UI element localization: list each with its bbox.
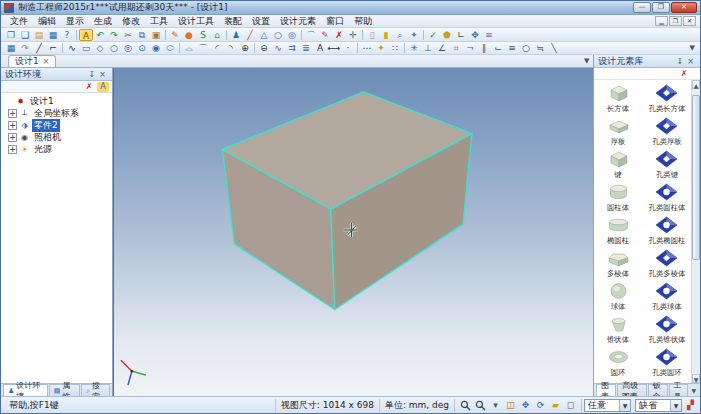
new-file-icon[interactable]: ❐ xyxy=(4,29,18,41)
new-part-icon[interactable]: ❑ xyxy=(18,29,32,41)
scroll-down-icon[interactable]: ▼ xyxy=(692,374,700,383)
menu-item-design-tools[interactable]: 设计工具 xyxy=(173,15,219,28)
redo-sketch-icon[interactable]: ↷ xyxy=(18,42,32,54)
tab-properties[interactable]: ▤属性 xyxy=(49,384,80,396)
scrollbar-track[interactable] xyxy=(692,89,700,374)
menu-item-tools[interactable]: 工具 xyxy=(145,15,173,28)
draw-ellipse-icon[interactable]: ⬭ xyxy=(163,42,177,54)
draw-circle-2pt-icon[interactable]: ◎ xyxy=(121,42,135,54)
expander-icon[interactable]: + xyxy=(8,109,17,118)
draw-rectangle-icon[interactable]: ▭ xyxy=(79,42,93,54)
paste-icon[interactable]: ▣ xyxy=(149,29,163,41)
draw-circle-icon[interactable]: ○ xyxy=(107,42,121,54)
library-item-elliptic-cylinder[interactable]: 椭圆柱 xyxy=(594,214,642,247)
zoom-in-icon[interactable] xyxy=(459,399,472,411)
move-tool-icon[interactable]: ✥ xyxy=(468,29,482,41)
tabstrip-overflow-icon[interactable]: ▼ xyxy=(584,57,589,65)
context-help-icon[interactable]: ? xyxy=(60,29,74,41)
hatch-tool-icon[interactable]: ≣ xyxy=(299,42,313,54)
constraint-approx-icon[interactable]: ≒ xyxy=(533,42,547,54)
format-brush-icon[interactable]: ✎ xyxy=(168,29,182,41)
part-tool-icon[interactable]: ♟ xyxy=(229,29,243,41)
wireframe-mode-icon[interactable]: ◻ xyxy=(564,399,577,411)
view-dropdown-icon[interactable]: ▾ xyxy=(489,399,502,411)
measure-tool-icon[interactable]: ✛ xyxy=(346,29,360,41)
library-item-sphere[interactable]: 球体 xyxy=(594,280,642,313)
style-combo[interactable]: 缺省 ▼ xyxy=(635,399,682,412)
library-item-prism[interactable]: 多棱体 xyxy=(594,247,642,280)
pan-view-icon[interactable]: ✥ xyxy=(519,399,532,411)
scene-tool-icon[interactable]: ⌂ xyxy=(210,29,224,41)
library-item-cuboid[interactable]: 长方体 xyxy=(594,82,642,115)
library-item-hole-sphere[interactable]: 孔类球体 xyxy=(643,280,691,313)
array-tool-icon[interactable]: ≡ xyxy=(482,29,496,41)
mdi-restore-button[interactable]: ❐ xyxy=(669,16,682,26)
arc-tool-icon[interactable]: ⌒ xyxy=(304,29,318,41)
maximize-button[interactable]: ❐ xyxy=(652,2,670,13)
constraint-circle-icon[interactable]: ○ xyxy=(519,42,533,54)
draw-line-icon[interactable]: ╱ xyxy=(32,42,46,54)
star-tool-icon[interactable]: ✳ xyxy=(407,42,421,54)
draw-circle-fill-icon[interactable]: ◉ xyxy=(149,42,163,54)
menu-item-design-elements[interactable]: 设计元素 xyxy=(275,15,321,28)
surface-tool-icon[interactable]: S xyxy=(196,29,210,41)
toolbar-overflow-icon[interactable]: ▼ xyxy=(688,44,697,52)
save-file-icon[interactable]: ▦ xyxy=(46,29,60,41)
rotate-view-icon[interactable]: ⟳ xyxy=(534,399,547,411)
library-item-key[interactable]: 键 xyxy=(594,148,642,181)
viewport-3d[interactable] xyxy=(113,68,593,396)
spark-tool-icon[interactable]: ✦ xyxy=(407,29,421,41)
more-tool-icon[interactable]: ⋯ xyxy=(360,42,374,54)
ellipse-tool-icon[interactable]: ◎ xyxy=(285,29,299,41)
flash-tool-icon[interactable]: ✦ xyxy=(374,42,388,54)
expander-icon[interactable]: + xyxy=(8,145,17,154)
status-tool-icon[interactable]: ▞ xyxy=(684,399,697,411)
chevron-down-icon[interactable]: ▼ xyxy=(670,400,681,411)
tab-search[interactable]: ⌕搜索 xyxy=(81,384,110,396)
sketch-pencil-icon[interactable]: ✎ xyxy=(318,29,332,41)
triangle-tool-icon[interactable]: △ xyxy=(257,29,271,41)
circle-tool-icon[interactable]: ○ xyxy=(271,29,285,41)
axis-tool-icon[interactable]: ∟ xyxy=(454,29,468,41)
menu-item-help[interactable]: 帮助 xyxy=(349,15,377,28)
document-tab-close-icon[interactable]: × xyxy=(43,57,50,66)
tab-tools[interactable]: 工具 xyxy=(669,384,689,396)
panel-close-icon[interactable]: × xyxy=(97,69,108,80)
expander-icon[interactable]: + xyxy=(8,121,17,130)
pin-icon[interactable]: ↧ xyxy=(87,69,98,80)
tree-item-global-coordinate-system[interactable]: +⟂全局坐标系 xyxy=(1,107,112,119)
offset-tool-icon[interactable]: ⇉ xyxy=(285,42,299,54)
draw-arc-cw-icon[interactable]: ◝ xyxy=(224,42,238,54)
search-tool-icon[interactable]: ⌕ xyxy=(393,29,407,41)
library-delete-icon[interactable]: ✗ xyxy=(678,69,690,79)
library-item-hole-elliptic-cylinder[interactable]: 孔类椭圆柱 xyxy=(643,214,691,247)
menu-item-file[interactable]: 文件 xyxy=(5,15,33,28)
constraint-slash-icon[interactable]: ╲ xyxy=(547,42,561,54)
library-item-hole-key[interactable]: 孔类键 xyxy=(643,148,691,181)
chevron-down-icon[interactable]: ▼ xyxy=(619,400,630,411)
tree-item-part-2[interactable]: +⬗零件2 xyxy=(1,119,112,131)
display-mode-icon[interactable]: ◫ xyxy=(504,399,517,411)
dimension-tool-icon[interactable]: ⟷ xyxy=(327,42,341,54)
undo-icon[interactable]: ↶ xyxy=(93,29,107,41)
menu-item-window[interactable]: 窗口 xyxy=(321,15,349,28)
filter-element-icon[interactable]: A xyxy=(97,82,109,92)
pattern-tool-icon[interactable]: ∷ xyxy=(388,42,402,54)
tab-design-env[interactable]: ♟设计环境 xyxy=(3,384,48,396)
scrollbar-thumb[interactable] xyxy=(692,95,700,260)
library-item-hole-cylinder[interactable]: 孔类圆柱体 xyxy=(643,181,691,214)
dot-tool-icon[interactable]: · xyxy=(341,42,355,54)
zoom-out-icon[interactable] xyxy=(474,399,487,411)
tab-advanced-primitives[interactable]: 高级图素 xyxy=(617,384,647,396)
constraint-grid-icon[interactable]: ⌗ xyxy=(449,42,463,54)
delete-tool-icon[interactable]: ✗ xyxy=(332,29,346,41)
check-tool-icon[interactable]: ✓ xyxy=(426,29,440,41)
menu-item-generate[interactable]: 生成 xyxy=(89,15,117,28)
draw-arc-ccw-icon[interactable]: ◜ xyxy=(210,42,224,54)
tab-sheet-metal[interactable]: 钣金 xyxy=(648,384,668,396)
library-item-hole-prism[interactable]: 孔类多棱体 xyxy=(643,247,691,280)
library-item-cone[interactable]: 锥状体 xyxy=(594,313,642,346)
grid-toggle-icon[interactable]: ▦ xyxy=(4,42,18,54)
expander-icon[interactable]: + xyxy=(8,133,17,142)
close-button[interactable]: ✕ xyxy=(671,2,697,13)
